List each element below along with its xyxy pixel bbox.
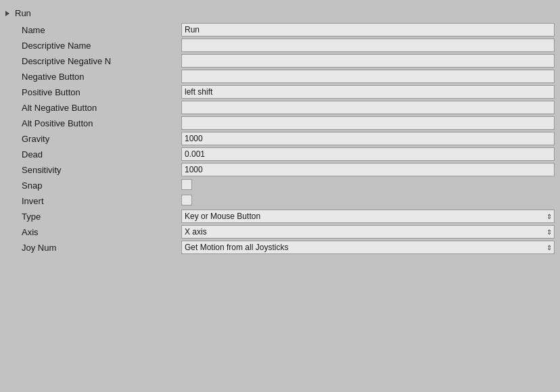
label-dead: Dead — [5, 149, 181, 160]
select-wrapper-joy-num: Get Motion from all JoysticksJoystick 1J… — [181, 241, 555, 254]
label-type: Type — [5, 212, 181, 222]
label-descriptive-name: Descriptive Name — [5, 41, 181, 51]
label-joy-num: Joy Num — [5, 243, 181, 253]
input-alt-positive-button[interactable] — [181, 116, 555, 130]
field-row-alt-positive-button: Alt Positive Button — [5, 116, 555, 130]
label-negative-button: Negative Button — [5, 72, 181, 82]
field-row-invert: Invert — [5, 193, 555, 208]
label-snap: Snap — [5, 180, 181, 191]
select-joy-num[interactable]: Get Motion from all JoysticksJoystick 1J… — [181, 241, 555, 254]
input-gravity[interactable] — [181, 132, 555, 145]
field-row-joy-num: Joy NumGet Motion from all JoysticksJoys… — [5, 240, 555, 255]
field-row-descriptive-name: Descriptive Name — [5, 38, 555, 53]
checkbox-snap[interactable] — [181, 179, 192, 190]
label-invert: Invert — [5, 196, 181, 206]
label-gravity: Gravity — [5, 134, 181, 144]
checkbox-invert[interactable] — [181, 195, 192, 205]
field-row-positive-button: Positive Button — [5, 84, 555, 99]
input-name[interactable] — [181, 23, 555, 36]
label-name: Name — [5, 25, 181, 35]
field-row-axis: AxisX axisY axis3rd axis4th axis — [5, 224, 555, 239]
label-alt-negative-button: Alt Negative Button — [5, 103, 181, 113]
field-row-name: Name — [5, 22, 555, 37]
section-header[interactable]: Run — [0, 5, 560, 21]
label-descriptive-negative: Descriptive Negative N — [5, 56, 181, 66]
label-positive-button: Positive Button — [5, 87, 181, 97]
field-row-descriptive-negative: Descriptive Negative N — [5, 53, 555, 68]
field-row-snap: Snap — [5, 178, 555, 193]
input-sensitivity[interactable] — [181, 163, 555, 176]
select-axis[interactable]: X axisY axis3rd axis4th axis — [181, 225, 555, 239]
fields-container: NameDescriptive NameDescriptive Negative… — [0, 22, 560, 255]
field-row-type: TypeKey or Mouse ButtonMouse MovementJoy… — [5, 209, 555, 224]
input-alt-negative-button[interactable] — [181, 101, 555, 114]
select-wrapper-type: Key or Mouse ButtonMouse MovementJoystic… — [181, 210, 555, 223]
collapse-triangle-icon — [5, 11, 9, 16]
label-axis: Axis — [5, 227, 181, 237]
field-row-negative-button: Negative Button — [5, 69, 555, 84]
input-descriptive-name[interactable] — [181, 39, 555, 52]
input-negative-button[interactable] — [181, 70, 555, 83]
field-row-alt-negative-button: Alt Negative Button — [5, 100, 555, 115]
select-type[interactable]: Key or Mouse ButtonMouse MovementJoystic… — [181, 210, 555, 223]
section-title: Run — [15, 8, 31, 18]
input-descriptive-negative[interactable] — [181, 54, 555, 68]
select-wrapper-axis: X axisY axis3rd axis4th axis — [181, 225, 555, 239]
input-dead[interactable] — [181, 147, 555, 161]
label-sensitivity: Sensitivity — [5, 165, 181, 175]
field-row-gravity: Gravity — [5, 131, 555, 146]
field-row-dead: Dead — [5, 147, 555, 162]
input-settings-panel: Run NameDescriptive NameDescriptive Nega… — [0, 0, 560, 392]
label-alt-positive-button: Alt Positive Button — [5, 118, 181, 128]
input-positive-button[interactable] — [181, 85, 555, 99]
field-row-sensitivity: Sensitivity — [5, 162, 555, 177]
